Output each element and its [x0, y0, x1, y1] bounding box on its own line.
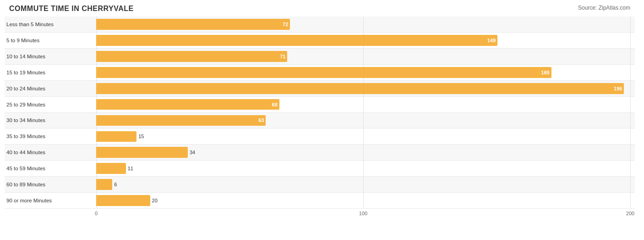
bars-area: Less than 5 Minutes725 to 9 Minutes14910… [5, 17, 635, 209]
bar-label: Less than 5 Minutes [5, 21, 96, 28]
bar-label: 35 to 39 Minutes [5, 133, 96, 140]
bar-fill: 169 [96, 67, 551, 78]
bar-track: 72 [96, 17, 635, 32]
bar-track: 20 [96, 193, 635, 208]
chart-source: Source: ZipAtlas.com [578, 5, 630, 11]
x-tick: 100 [359, 211, 367, 216]
bar-fill [96, 147, 188, 158]
bar-label: 5 to 9 Minutes [5, 37, 96, 44]
bar-track: 169 [96, 65, 635, 80]
bar-row: 15 to 19 Minutes169 [5, 65, 635, 81]
bar-label: 45 to 59 Minutes [5, 165, 96, 172]
bar-label: 30 to 34 Minutes [5, 117, 96, 124]
bar-row: 35 to 39 Minutes15 [5, 128, 635, 145]
chart-container: COMMUTE TIME IN CHERRYVALE Source: ZipAt… [0, 0, 644, 240]
bar-row: 5 to 9 Minutes149 [5, 33, 635, 49]
bar-fill: 68 [96, 99, 279, 110]
bar-value-label: 72 [283, 22, 288, 27]
bar-row: 90 or more Minutes20 [5, 193, 635, 209]
bar-fill: 72 [96, 19, 290, 30]
bar-value-label: 196 [614, 86, 622, 91]
x-tick: 200 [626, 211, 634, 216]
bar-fill [96, 179, 112, 190]
bar-row: 20 to 24 Minutes196 [5, 81, 635, 97]
bar-fill: 71 [96, 51, 287, 62]
bar-label: 25 to 29 Minutes [5, 101, 96, 108]
bar-label: 60 to 89 Minutes [5, 181, 96, 188]
chart-title: COMMUTE TIME IN CHERRYVALE [9, 5, 134, 13]
bar-track: 149 [96, 33, 635, 48]
bar-label: 10 to 14 Minutes [5, 53, 96, 60]
bar-value-label: 15 [138, 134, 144, 139]
bar-track: 15 [96, 128, 635, 144]
x-axis: 0100200 [96, 209, 630, 211]
bar-row: 25 to 29 Minutes68 [5, 97, 635, 113]
bar-value-label: 34 [190, 150, 195, 155]
bar-row: Less than 5 Minutes72 [5, 17, 635, 33]
bar-track: 34 [96, 145, 635, 160]
bar-value-label: 11 [128, 166, 133, 171]
bar-row: 30 to 34 Minutes63 [5, 113, 635, 129]
chart-header: COMMUTE TIME IN CHERRYVALE Source: ZipAt… [5, 5, 635, 13]
bar-track: 11 [96, 161, 635, 176]
bar-value-label: 20 [152, 198, 158, 203]
bar-row: 45 to 59 Minutes11 [5, 161, 635, 177]
bar-value-label: 169 [541, 70, 549, 75]
bar-value-label: 68 [272, 102, 278, 107]
bar-fill: 196 [96, 83, 624, 94]
bar-fill [96, 163, 126, 174]
bar-track: 63 [96, 113, 635, 128]
bar-label: 15 to 19 Minutes [5, 69, 96, 76]
bar-row: 40 to 44 Minutes34 [5, 145, 635, 161]
x-tick: 0 [95, 211, 98, 216]
bar-row: 60 to 89 Minutes6 [5, 177, 635, 193]
bar-track: 6 [96, 177, 635, 192]
bar-value-label: 149 [487, 38, 496, 43]
bar-fill [96, 195, 150, 206]
bar-track: 71 [96, 49, 635, 64]
bar-value-label: 71 [280, 54, 285, 59]
bar-fill: 63 [96, 115, 266, 126]
bar-track: 196 [96, 81, 635, 96]
bar-label: 90 or more Minutes [5, 197, 96, 204]
bar-track: 68 [96, 97, 635, 112]
bar-value-label: 6 [114, 182, 117, 187]
bar-label: 40 to 44 Minutes [5, 149, 96, 156]
bar-row: 10 to 14 Minutes71 [5, 49, 635, 65]
bar-fill [96, 131, 136, 142]
bar-value-label: 63 [258, 117, 264, 123]
bar-label: 20 to 24 Minutes [5, 85, 96, 92]
bar-fill: 149 [96, 35, 497, 46]
chart-body: Less than 5 Minutes725 to 9 Minutes14910… [5, 17, 635, 211]
